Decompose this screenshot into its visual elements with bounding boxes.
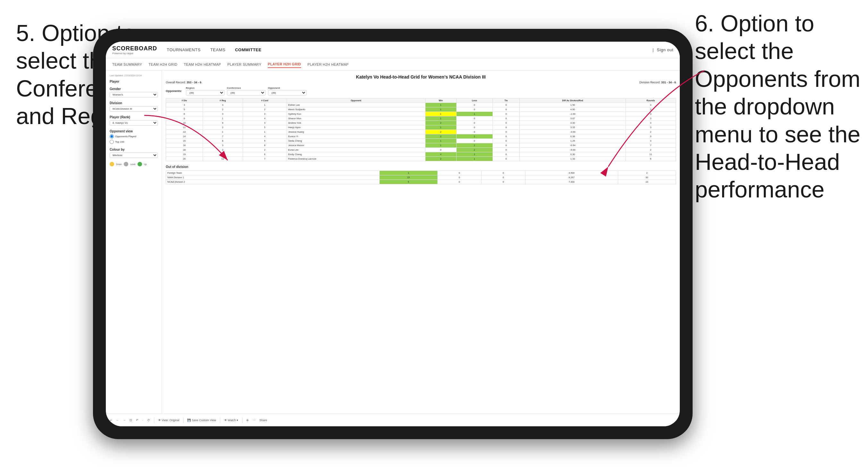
toolbar-share-icon[interactable]: ⊕ — [246, 418, 249, 422]
table-row: 5 2 2 Alexis Sudjianto 1 0 0 4.00 3 — [166, 107, 676, 112]
col-div: # Div — [166, 98, 203, 103]
ood-cell-win: 5 — [380, 180, 437, 184]
ood-cell-tie: 0 — [481, 175, 525, 180]
colour-up-label: Up — [144, 163, 147, 165]
table-row: 14 7 4 Eunice Yi 2 2 0 0.38 9 — [166, 134, 676, 139]
cell-conf: 2 — [243, 107, 287, 112]
cell-rounds: 2 — [626, 130, 676, 134]
cell-reg: 2 — [203, 148, 243, 152]
filter-opponent-select[interactable]: (All) — [268, 90, 307, 95]
table-row: 19 6 6 Emily Chang 4 1 0 0.30 11 — [166, 152, 676, 157]
cell-diff: 1.50 — [520, 103, 626, 107]
sidebar: Last Updated: 27/03/2024 10:04 Player Ge… — [106, 70, 162, 413]
toolbar-dot[interactable]: · — [143, 418, 143, 422]
subnav-team-h2h-grid[interactable]: TEAM H2H GRID — [149, 61, 177, 68]
nav-committee[interactable]: COMMITTEE — [235, 46, 262, 54]
opponents-label: Opponents: — [166, 89, 182, 93]
ood-cell-tie: 0 — [481, 180, 525, 184]
sidebar-radio-top100[interactable]: Top 100 — [110, 140, 158, 144]
table-row: 16 3 6 Jessica Mason 1 2 0 -0.94 7 — [166, 143, 676, 148]
cell-loss: 0 — [456, 107, 493, 112]
subnav-player-h2h-heatmap[interactable]: PLAYER H2H HEATMAP — [308, 61, 348, 68]
cell-name: Heejo Hyun — [287, 125, 425, 130]
toolbar-back[interactable]: ← — [116, 418, 119, 422]
cell-diff: 4.00 — [520, 121, 626, 125]
cell-reg: 3 — [203, 112, 243, 116]
sidebar-player-rank-select[interactable]: 8. Katelyn Vo — [110, 120, 158, 126]
sidebar-colour-select[interactable]: Win/loss — [110, 153, 158, 158]
cell-reg: 7 — [203, 134, 243, 139]
toolbar-clock[interactable]: ⏱ — [147, 418, 150, 422]
toolbar-more[interactable]: ⋯ — [253, 418, 255, 422]
col-loss: Loss — [456, 98, 493, 103]
cell-tie: 0 — [493, 134, 520, 139]
cell-diff: 0.38 — [520, 134, 626, 139]
nav-teams[interactable]: TEAMS — [210, 46, 225, 54]
table-row: 11 2 5 Heejo Hyun 1 0 0 3.33 3 — [166, 125, 676, 130]
cell-tie: 0 — [493, 103, 520, 107]
cell-name: Federica Domecq Lacroze — [287, 157, 425, 161]
bottom-toolbar: ↩ ← → ⊡ ↶ · ⏱ 👁 View: Original 💾 Save Cu… — [106, 413, 680, 426]
cell-win: 2 — [425, 134, 456, 139]
cell-win: 1 — [425, 139, 456, 143]
toolbar-sep1 — [154, 417, 154, 424]
cell-win: 4 — [425, 152, 456, 157]
sidebar-opponent-view-section: Opponent view Opponents Played Top 100 — [110, 129, 158, 144]
ood-cell-name: Foreign Team — [166, 171, 380, 175]
subnav-player-summary[interactable]: PLAYER SUMMARY — [227, 61, 261, 68]
sidebar-gender-select[interactable]: Women's — [110, 92, 158, 97]
cell-win: 2 — [425, 121, 456, 125]
cell-rounds: 7 — [626, 143, 676, 148]
toolbar-watch[interactable]: 👁 Watch ▾ — [224, 418, 238, 422]
colour-down — [110, 162, 114, 166]
subnav-team-summary[interactable]: TEAM SUMMARY — [112, 61, 142, 68]
filter-region-select[interactable]: (All) — [186, 90, 224, 95]
ood-cell-win: 15 — [380, 175, 437, 180]
toolbar-sep3 — [220, 417, 220, 424]
ood-cell-tie: 0 — [481, 171, 525, 175]
filter-region-group: Region (All) — [186, 87, 224, 95]
toolbar-forward[interactable]: → — [123, 418, 126, 422]
col-reg: # Reg — [203, 98, 243, 103]
ood-cell-diff: 4.500 — [525, 171, 618, 175]
cell-tie: 0 — [493, 148, 520, 152]
subnav-team-h2h-heatmap[interactable]: TEAM H2H HEATMAP — [184, 61, 221, 68]
cell-diff: -0.94 — [520, 143, 626, 148]
cell-div: 20 — [166, 157, 203, 161]
cell-div: 14 — [166, 134, 203, 139]
toolbar-view-original[interactable]: 👁 View: Original — [158, 418, 180, 422]
cell-win: 1 — [425, 112, 456, 116]
toolbar-refresh[interactable]: ↶ — [136, 418, 138, 422]
cell-name: Stella Cheng — [287, 139, 425, 143]
subnav-player-h2h-grid[interactable]: PLAYER H2H GRID — [268, 61, 301, 68]
logo-title: SCOREBOARD — [112, 45, 157, 52]
toolbar-undo[interactable]: ↩ — [110, 418, 112, 422]
filter-conference-select[interactable]: (All) — [227, 90, 266, 95]
sub-nav: TEAM SUMMARY TEAM H2H GRID TEAM H2H HEAT… — [106, 58, 680, 70]
cell-rounds: 3 — [626, 112, 676, 116]
cell-loss: 0 — [456, 130, 493, 134]
nav-tournaments[interactable]: TOURNAMENTS — [167, 46, 201, 54]
toolbar-grid[interactable]: ⊡ — [129, 418, 132, 422]
cell-loss: 2 — [456, 134, 493, 139]
cell-conf: 5 — [243, 139, 287, 143]
toolbar-share[interactable]: Share — [259, 418, 267, 422]
tablet-device: SCOREBOARD Powered by clippd TOURNAMENTS… — [93, 29, 692, 439]
cell-win: 0 — [425, 148, 456, 152]
cell-name: Jessica Huang — [287, 130, 425, 134]
cell-tie: 0 — [493, 143, 520, 148]
cell-reg: 6 — [203, 152, 243, 157]
cell-name: Eunice Yi — [287, 134, 425, 139]
table-row: 9 1 4 Sharon Mun 1 0 0 3.67 3 — [166, 116, 676, 121]
cell-reg: 1 — [203, 116, 243, 121]
sign-out-button[interactable]: Sign out — [657, 46, 673, 54]
sidebar-division-select[interactable]: NCAA Division III — [110, 106, 158, 112]
cell-rounds: 3 — [626, 125, 676, 130]
cell-reg: 1 — [203, 130, 243, 134]
sidebar-radio-opponents-played[interactable]: Opponents Played — [110, 134, 158, 138]
toolbar-save-custom[interactable]: 💾 Save Custom View — [187, 418, 216, 422]
table-row: 13 1 1 Jessica Huang 2 0 0 -3.00 2 — [166, 130, 676, 134]
toolbar-sep4 — [242, 417, 242, 424]
cell-reg: 3 — [203, 143, 243, 148]
out-of-division-title: Out of division — [166, 165, 676, 168]
